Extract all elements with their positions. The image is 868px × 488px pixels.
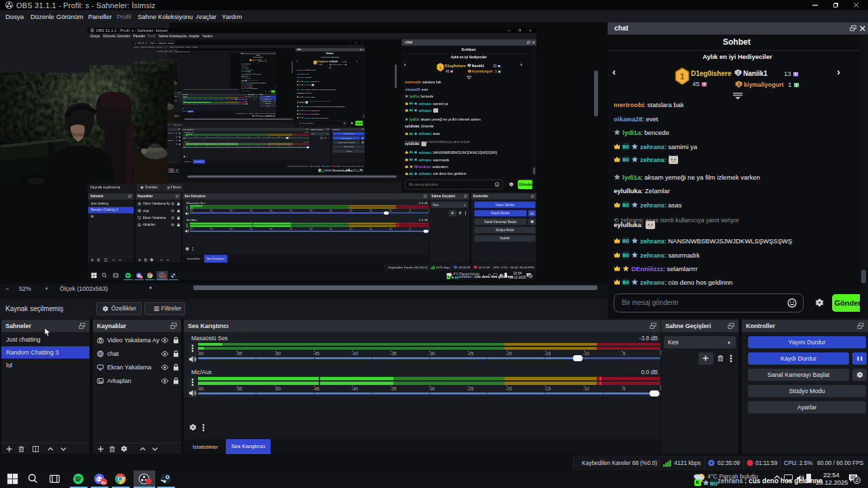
svg-text:BG: BG — [241, 87, 242, 88]
svg-text:BG: BG — [710, 480, 717, 486]
svg-text:BG: BG — [241, 70, 242, 71]
svg-text:BG: BG — [299, 116, 301, 117]
svg-text:BG: BG — [299, 96, 301, 97]
svg-text:9+: 9+ — [140, 276, 142, 279]
svg-text:BG: BG — [299, 109, 301, 110]
svg-text:BG: BG — [623, 202, 629, 207]
svg-text:BG: BG — [623, 157, 629, 161]
svg-text:BG: BG — [623, 252, 629, 257]
svg-text:BG: BG — [409, 158, 412, 161]
svg-text:BG: BG — [623, 239, 629, 243]
svg-text:BG: BG — [454, 275, 458, 279]
svg-text:BG: BG — [299, 83, 301, 85]
svg-text:BG: BG — [623, 144, 629, 148]
svg-text:BG: BG — [409, 108, 412, 111]
svg-text:3: 3 — [330, 63, 330, 64]
svg-text:BG: BG — [241, 84, 242, 85]
svg-text:2: 2 — [330, 60, 330, 62]
svg-text:2: 2 — [737, 70, 740, 75]
svg-text:1: 1 — [439, 64, 441, 69]
svg-text:BG: BG — [254, 115, 255, 116]
svg-text:BG: BG — [299, 80, 301, 81]
svg-text:2: 2 — [469, 64, 470, 66]
svg-text:1: 1 — [314, 61, 315, 64]
svg-text:BG: BG — [409, 132, 412, 135]
svg-text:BG: BG — [241, 82, 242, 83]
svg-text:BG: BG — [299, 105, 301, 106]
svg-text:BG: BG — [409, 102, 412, 104]
svg-text:1: 1 — [250, 58, 250, 60]
svg-text:BG: BG — [322, 170, 324, 171]
svg-text:BG: BG — [409, 151, 412, 154]
svg-text:BG: BG — [241, 68, 242, 69]
svg-text:3: 3 — [469, 70, 470, 73]
svg-text:3: 3 — [258, 60, 258, 61]
svg-text:3: 3 — [738, 82, 741, 87]
svg-text:BG: BG — [409, 172, 412, 175]
svg-text:BG: BG — [623, 279, 629, 284]
svg-text:9+: 9+ — [102, 481, 106, 485]
svg-text:BG: BG — [241, 77, 242, 77]
svg-text:2: 2 — [258, 58, 258, 59]
svg-text:1: 1 — [680, 72, 685, 81]
